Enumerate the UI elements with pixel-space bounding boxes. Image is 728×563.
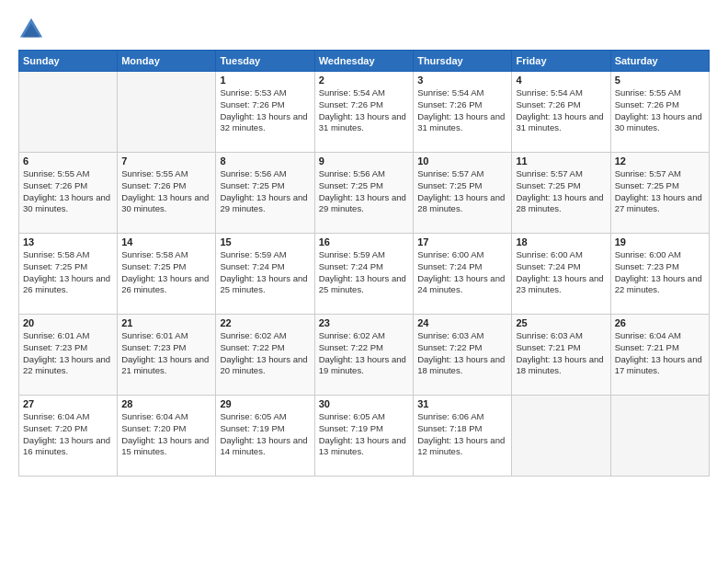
- calendar-week-4: 20Sunrise: 6:01 AMSunset: 7:23 PMDayligh…: [19, 315, 710, 396]
- day-detail: Sunrise: 6:00 AMSunset: 7:24 PMDaylight:…: [516, 249, 606, 296]
- calendar-cell: 21Sunrise: 6:01 AMSunset: 7:23 PMDayligh…: [118, 315, 216, 396]
- day-detail: Sunrise: 6:04 AMSunset: 7:20 PMDaylight:…: [121, 411, 211, 458]
- day-number: 10: [417, 155, 507, 167]
- day-detail: Sunrise: 6:04 AMSunset: 7:20 PMDaylight:…: [23, 411, 113, 458]
- logo: [18, 17, 48, 42]
- day-number: 7: [121, 155, 211, 167]
- calendar-cell: 25Sunrise: 6:03 AMSunset: 7:21 PMDayligh…: [512, 315, 610, 396]
- calendar-cell: 26Sunrise: 6:04 AMSunset: 7:21 PMDayligh…: [610, 315, 709, 396]
- calendar-cell: [610, 396, 709, 477]
- day-number: 11: [516, 155, 606, 167]
- day-number: 31: [417, 398, 507, 409]
- day-detail: Sunrise: 5:54 AMSunset: 7:26 PMDaylight:…: [516, 87, 606, 134]
- calendar-cell: 20Sunrise: 6:01 AMSunset: 7:23 PMDayligh…: [19, 315, 118, 396]
- day-number: 3: [417, 75, 507, 86]
- day-number: 30: [319, 398, 409, 409]
- day-number: 4: [516, 75, 606, 86]
- day-number: 28: [121, 398, 211, 409]
- day-detail: Sunrise: 5:59 AMSunset: 7:24 PMDaylight:…: [319, 249, 409, 296]
- day-detail: Sunrise: 5:55 AMSunset: 7:26 PMDaylight:…: [121, 168, 211, 215]
- day-detail: Sunrise: 5:53 AMSunset: 7:26 PMDaylight:…: [220, 87, 310, 134]
- weekday-row: SundayMondayTuesdayWednesdayThursdayFrid…: [19, 51, 710, 72]
- day-number: 21: [121, 317, 211, 328]
- calendar-cell: 31Sunrise: 6:06 AMSunset: 7:18 PMDayligh…: [414, 396, 512, 477]
- weekday-header-sunday: Sunday: [19, 51, 118, 72]
- day-detail: Sunrise: 6:04 AMSunset: 7:21 PMDaylight:…: [615, 330, 705, 377]
- day-detail: Sunrise: 5:56 AMSunset: 7:25 PMDaylight:…: [220, 168, 310, 215]
- calendar-cell: 14Sunrise: 5:58 AMSunset: 7:25 PMDayligh…: [118, 234, 216, 315]
- calendar-cell: [118, 72, 216, 153]
- day-number: 23: [319, 317, 409, 328]
- calendar-cell: 28Sunrise: 6:04 AMSunset: 7:20 PMDayligh…: [118, 396, 216, 477]
- calendar-cell: 4Sunrise: 5:54 AMSunset: 7:26 PMDaylight…: [512, 72, 610, 153]
- weekday-header-wednesday: Wednesday: [314, 51, 413, 72]
- weekday-header-monday: Monday: [118, 51, 216, 72]
- day-number: 16: [319, 236, 409, 247]
- day-detail: Sunrise: 6:01 AMSunset: 7:23 PMDaylight:…: [23, 330, 113, 377]
- day-detail: Sunrise: 5:57 AMSunset: 7:25 PMDaylight:…: [516, 168, 606, 215]
- calendar-cell: 6Sunrise: 5:55 AMSunset: 7:26 PMDaylight…: [19, 153, 118, 234]
- calendar-cell: 30Sunrise: 6:05 AMSunset: 7:19 PMDayligh…: [314, 396, 413, 477]
- day-number: 5: [615, 75, 705, 86]
- day-number: 13: [23, 236, 113, 247]
- weekday-header-saturday: Saturday: [610, 51, 709, 72]
- calendar-cell: 13Sunrise: 5:58 AMSunset: 7:25 PMDayligh…: [19, 234, 118, 315]
- day-number: 9: [319, 155, 409, 167]
- calendar-cell: 15Sunrise: 5:59 AMSunset: 7:24 PMDayligh…: [216, 234, 314, 315]
- day-number: 1: [220, 75, 310, 86]
- calendar-cell: 7Sunrise: 5:55 AMSunset: 7:26 PMDaylight…: [118, 153, 216, 234]
- day-detail: Sunrise: 6:02 AMSunset: 7:22 PMDaylight:…: [319, 330, 409, 377]
- day-detail: Sunrise: 5:57 AMSunset: 7:25 PMDaylight:…: [417, 168, 507, 215]
- day-detail: Sunrise: 5:54 AMSunset: 7:26 PMDaylight:…: [417, 87, 507, 134]
- calendar-cell: 22Sunrise: 6:02 AMSunset: 7:22 PMDayligh…: [216, 315, 314, 396]
- day-detail: Sunrise: 5:58 AMSunset: 7:25 PMDaylight:…: [121, 249, 211, 296]
- day-detail: Sunrise: 5:54 AMSunset: 7:26 PMDaylight:…: [319, 87, 409, 134]
- day-number: 14: [121, 236, 211, 247]
- day-detail: Sunrise: 6:03 AMSunset: 7:22 PMDaylight:…: [417, 330, 507, 377]
- calendar-body: 1Sunrise: 5:53 AMSunset: 7:26 PMDaylight…: [19, 72, 710, 477]
- day-detail: Sunrise: 6:03 AMSunset: 7:21 PMDaylight:…: [516, 330, 606, 377]
- day-number: 27: [23, 398, 113, 409]
- day-detail: Sunrise: 6:01 AMSunset: 7:23 PMDaylight:…: [121, 330, 211, 377]
- weekday-header-tuesday: Tuesday: [216, 51, 314, 72]
- logo-icon: [18, 17, 44, 42]
- calendar-cell: 5Sunrise: 5:55 AMSunset: 7:26 PMDaylight…: [610, 72, 709, 153]
- calendar-cell: 11Sunrise: 5:57 AMSunset: 7:25 PMDayligh…: [512, 153, 610, 234]
- calendar-cell: 19Sunrise: 6:00 AMSunset: 7:23 PMDayligh…: [610, 234, 709, 315]
- calendar-week-5: 27Sunrise: 6:04 AMSunset: 7:20 PMDayligh…: [19, 396, 710, 477]
- day-number: 18: [516, 236, 606, 247]
- weekday-header-thursday: Thursday: [414, 51, 512, 72]
- day-number: 19: [615, 236, 705, 247]
- day-number: 8: [220, 155, 310, 167]
- day-detail: Sunrise: 6:05 AMSunset: 7:19 PMDaylight:…: [220, 411, 310, 458]
- day-number: 15: [220, 236, 310, 247]
- day-detail: Sunrise: 6:05 AMSunset: 7:19 PMDaylight:…: [319, 411, 409, 458]
- day-number: 2: [319, 75, 409, 86]
- day-number: 26: [615, 317, 705, 328]
- page-container: SundayMondayTuesdayWednesdayThursdayFrid…: [0, 0, 728, 486]
- day-number: 25: [516, 317, 606, 328]
- weekday-header-friday: Friday: [512, 51, 610, 72]
- calendar-cell: 18Sunrise: 6:00 AMSunset: 7:24 PMDayligh…: [512, 234, 610, 315]
- day-number: 12: [615, 155, 705, 167]
- calendar-cell: 29Sunrise: 6:05 AMSunset: 7:19 PMDayligh…: [216, 396, 314, 477]
- calendar-week-1: 1Sunrise: 5:53 AMSunset: 7:26 PMDaylight…: [19, 72, 710, 153]
- calendar-cell: 1Sunrise: 5:53 AMSunset: 7:26 PMDaylight…: [216, 72, 314, 153]
- calendar-cell: 10Sunrise: 5:57 AMSunset: 7:25 PMDayligh…: [414, 153, 512, 234]
- calendar-cell: 24Sunrise: 6:03 AMSunset: 7:22 PMDayligh…: [414, 315, 512, 396]
- calendar-table: SundayMondayTuesdayWednesdayThursdayFrid…: [18, 50, 710, 477]
- day-detail: Sunrise: 6:02 AMSunset: 7:22 PMDaylight:…: [220, 330, 310, 377]
- calendar-cell: 12Sunrise: 5:57 AMSunset: 7:25 PMDayligh…: [610, 153, 709, 234]
- calendar-cell: 23Sunrise: 6:02 AMSunset: 7:22 PMDayligh…: [314, 315, 413, 396]
- day-number: 17: [417, 236, 507, 247]
- calendar-week-2: 6Sunrise: 5:55 AMSunset: 7:26 PMDaylight…: [19, 153, 710, 234]
- day-detail: Sunrise: 5:57 AMSunset: 7:25 PMDaylight:…: [615, 168, 705, 215]
- calendar-cell: 27Sunrise: 6:04 AMSunset: 7:20 PMDayligh…: [19, 396, 118, 477]
- calendar-cell: 9Sunrise: 5:56 AMSunset: 7:25 PMDaylight…: [314, 153, 413, 234]
- day-detail: Sunrise: 5:58 AMSunset: 7:25 PMDaylight:…: [23, 249, 113, 296]
- calendar-cell: 8Sunrise: 5:56 AMSunset: 7:25 PMDaylight…: [216, 153, 314, 234]
- header: [18, 17, 710, 42]
- day-detail: Sunrise: 6:00 AMSunset: 7:24 PMDaylight:…: [417, 249, 507, 296]
- day-detail: Sunrise: 5:55 AMSunset: 7:26 PMDaylight:…: [23, 168, 113, 215]
- day-detail: Sunrise: 6:00 AMSunset: 7:23 PMDaylight:…: [615, 249, 705, 296]
